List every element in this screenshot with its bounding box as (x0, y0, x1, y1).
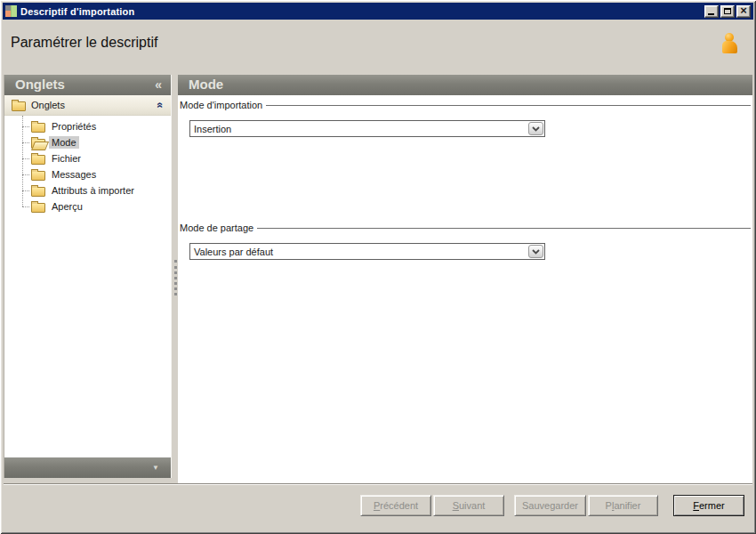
collapse-sidebar-icon[interactable]: « (155, 77, 162, 92)
header-band: Paramétrer le descriptif (4, 20, 752, 75)
main-content: Mode d'importation Insertion Mode de par… (178, 95, 752, 483)
folder-icon (31, 187, 45, 197)
sidebar-item-attributs[interactable]: Attributs à importer (4, 182, 171, 198)
app-icon (5, 5, 17, 17)
maximize-icon (724, 8, 731, 14)
save-button[interactable]: Sauvegarder (514, 495, 586, 516)
minimize-icon (708, 13, 714, 15)
folder-icon (31, 155, 45, 165)
sidebar-item-proprietes[interactable]: Propriétés (4, 118, 171, 134)
folder-icon (31, 203, 45, 213)
page-title: Paramétrer le descriptif (11, 35, 157, 51)
close-button[interactable]: × (736, 5, 751, 18)
tabs-tree: Propriétés Mode Fichier Messages Attribu (4, 116, 171, 457)
group-label: Mode de partage (180, 222, 257, 233)
close-icon: × (740, 6, 747, 15)
group-mode-importation: Mode d'importation Insertion (180, 100, 751, 137)
sidebar-item-messages[interactable]: Messages (4, 166, 171, 182)
dropdown-button[interactable] (528, 122, 543, 135)
folder-icon (12, 101, 26, 111)
main-header-label: Mode (189, 77, 223, 92)
tree-root-onglets[interactable]: Onglets « (4, 95, 171, 116)
chevron-down-icon (532, 249, 540, 255)
share-mode-select[interactable]: Valeurs par défaut (189, 243, 545, 260)
next-button[interactable]: Suivant (433, 495, 504, 516)
scroll-down-icon: ▼ (152, 464, 159, 472)
previous-button[interactable]: Précédent (360, 495, 431, 516)
group-label: Mode d'importation (180, 100, 266, 110)
main-panel: Mode Mode d'importation Insertion (178, 75, 752, 483)
close-dialog-button[interactable]: Fermer (673, 495, 744, 516)
sidebar-item-apercu[interactable]: Aperçu (4, 198, 171, 214)
sidebar-item-fichier[interactable]: Fichier (4, 150, 171, 166)
footer-divider (4, 483, 752, 485)
collapse-all-icon[interactable]: « (155, 102, 167, 109)
import-mode-select[interactable]: Insertion (189, 120, 545, 137)
sidebar-header: Onglets « (4, 75, 171, 95)
titlebar: Descriptif d'importation × (3, 3, 753, 20)
user-person-icon[interactable] (720, 33, 739, 58)
folder-icon (31, 123, 45, 133)
minimize-button[interactable] (704, 5, 719, 18)
chevron-down-icon (532, 126, 540, 132)
import-mode-value: Insertion (190, 124, 528, 134)
main-header: Mode (178, 75, 752, 95)
window-title: Descriptif d'importation (20, 6, 134, 17)
sidebar-scroll-down-bar[interactable]: ▼ (4, 457, 171, 478)
sidebar-header-label: Onglets (15, 77, 65, 92)
sidebar-item-mode[interactable]: Mode (4, 134, 171, 150)
tree-root-label: Onglets (31, 100, 65, 110)
group-mode-partage: Mode de partage Valeurs par défaut (180, 222, 751, 260)
share-mode-value: Valeurs par défaut (190, 247, 528, 257)
schedule-button[interactable]: Planifier (588, 495, 658, 516)
maximize-button[interactable] (720, 5, 735, 18)
import-descriptor-dialog: Descriptif d'importation × Paramétrer le… (0, 0, 756, 534)
open-folder-icon (31, 139, 45, 149)
folder-icon (31, 171, 45, 181)
dropdown-button[interactable] (528, 245, 543, 258)
sidebar-onglets: Onglets « Onglets « Propriétés Mode Fich… (4, 75, 172, 478)
